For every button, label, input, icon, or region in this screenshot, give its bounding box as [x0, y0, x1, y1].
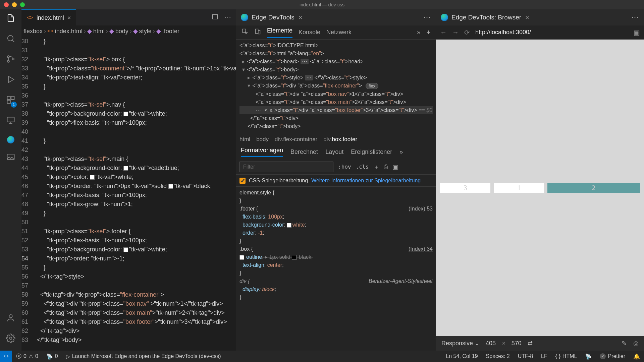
- code-editor[interactable]: 3031323334353637383940414243444546474849…: [21, 37, 236, 351]
- css-mirror-label: CSS-Spiegelbearbeitung: [249, 178, 308, 184]
- more-actions-icon[interactable]: ⋯: [224, 13, 231, 21]
- css-mirror-checkbox[interactable]: [239, 178, 246, 184]
- preview-box-nav: 1: [494, 183, 544, 193]
- indentation[interactable]: Spaces: 2: [482, 353, 514, 360]
- ports-indicator[interactable]: 📡0: [42, 353, 62, 360]
- split-editor-icon[interactable]: [212, 13, 218, 22]
- explorer-icon[interactable]: [6, 13, 15, 25]
- dom-breadcrumbs[interactable]: html body div.flex-container div.box.foo…: [236, 134, 436, 145]
- svg-rect-5: [11, 97, 14, 100]
- rendered-page: 3 1 2: [436, 40, 644, 336]
- devtools-panel: Edge DevTools × ⋯ Elemente Konsole Netzw…: [236, 9, 436, 351]
- extensions-badge: 1: [11, 102, 17, 108]
- launch-edge-button[interactable]: ▷Launch Microsoft Edge and open the Edge…: [62, 353, 225, 360]
- css-mirror-link[interactable]: Weitere Informationen zur Spiegelbearbei…: [311, 177, 421, 184]
- run-debug-icon[interactable]: [6, 75, 15, 86]
- language-mode[interactable]: { } HTML: [551, 353, 581, 360]
- editor-panel: <> index.html × ⋯ flexbox› <> index.html…: [21, 9, 236, 351]
- more-tabs-icon[interactable]: »: [417, 29, 420, 36]
- styles-tabs: Formatvorlagen Berechnet Layout Ereignis…: [236, 145, 436, 159]
- accounts-icon[interactable]: [6, 313, 15, 325]
- reload-icon[interactable]: ⟳: [464, 28, 470, 37]
- device-mode-select[interactable]: Responsive ⌄: [441, 340, 480, 347]
- preview-box-main: 2: [547, 183, 640, 193]
- source-control-icon[interactable]: [6, 54, 15, 66]
- notifications-icon[interactable]: 🔔: [629, 353, 644, 360]
- edge-icon: [441, 14, 448, 21]
- more-icon[interactable]: ⋯: [423, 13, 431, 22]
- url-bar[interactable]: http://localhost:3000/: [475, 29, 628, 36]
- go-live-icon[interactable]: 📡: [581, 353, 596, 360]
- eyedropper-icon[interactable]: ✎: [622, 340, 627, 347]
- prettier-status[interactable]: ✓ Prettier: [596, 353, 629, 360]
- svg-rect-14: [258, 31, 260, 34]
- extensions-icon[interactable]: 1: [6, 95, 15, 107]
- svg-rect-6: [7, 100, 10, 103]
- minimize-window-button[interactable]: [12, 2, 17, 7]
- width-input[interactable]: 405: [486, 340, 496, 347]
- target-icon[interactable]: ◎: [633, 340, 639, 347]
- devtools-toolbar: Elemente Konsole Netzwerk » +: [236, 25, 436, 40]
- toggle-decl-checkbox[interactable]: [239, 255, 244, 260]
- network-tab[interactable]: Netzwerk: [326, 29, 352, 36]
- svg-point-1: [7, 56, 9, 58]
- svg-rect-4: [7, 97, 10, 100]
- svg-point-10: [10, 337, 12, 340]
- inspect-element-icon[interactable]: [241, 28, 248, 37]
- edge-icon: [241, 14, 248, 21]
- print-media-icon[interactable]: ⎙: [384, 163, 388, 170]
- forward-icon[interactable]: →: [452, 28, 459, 36]
- computed-sidebar-icon[interactable]: ▣: [392, 163, 398, 171]
- close-tab-icon[interactable]: ×: [67, 14, 71, 21]
- cls-toggle[interactable]: .cls: [356, 164, 369, 170]
- layout-tab[interactable]: Layout: [325, 148, 343, 156]
- maximize-window-button[interactable]: [20, 2, 25, 7]
- devtools-tab[interactable]: Edge DevTools: [241, 14, 294, 21]
- remote-indicator[interactable]: [0, 351, 12, 362]
- settings-gear-icon[interactable]: [6, 334, 15, 345]
- image-icon[interactable]: [6, 152, 15, 164]
- more-icon[interactable]: ⋯: [631, 13, 639, 22]
- new-style-rule-icon[interactable]: ＋: [373, 163, 379, 171]
- styles-filter-input[interactable]: [239, 162, 333, 172]
- window-title: index.html — dev-css: [300, 2, 344, 7]
- dom-tree[interactable]: <"a">class="t">!DOCTYPE html><"a">class=…: [236, 40, 436, 134]
- editor-tabbar: <> index.html × ⋯: [21, 9, 236, 25]
- edge-tools-icon[interactable]: [7, 136, 14, 143]
- svg-point-0: [8, 36, 13, 41]
- close-window-button[interactable]: [4, 2, 9, 7]
- close-icon[interactable]: ×: [525, 14, 529, 21]
- status-bar: ⓧ0 ⚠0 📡0 ▷Launch Microsoft Edge and open…: [0, 351, 644, 362]
- elements-tab[interactable]: Elemente: [267, 27, 292, 38]
- add-tab-icon[interactable]: +: [426, 28, 431, 37]
- rotate-icon[interactable]: ⇄: [528, 340, 533, 347]
- styles-rules[interactable]: element.style { } (Index):53.footer { fl…: [236, 187, 436, 303]
- computed-tab[interactable]: Berechnet: [290, 148, 318, 156]
- encoding[interactable]: UTF-8: [514, 353, 537, 360]
- svg-point-2: [7, 60, 9, 62]
- devtools-toggle-icon[interactable]: ▣: [634, 28, 640, 37]
- close-icon[interactable]: ×: [299, 14, 303, 21]
- breadcrumbs[interactable]: flexbox› <> index.html› ◆html› ◆body› ◆s…: [21, 25, 236, 37]
- window-titlebar: index.html — dev-css: [0, 0, 644, 9]
- preview-box-footer: 3: [440, 183, 490, 193]
- remote-explorer-icon[interactable]: [6, 116, 15, 127]
- problems-indicator[interactable]: ⓧ0 ⚠0: [12, 353, 42, 360]
- search-icon[interactable]: [6, 34, 15, 46]
- more-tabs-icon[interactable]: »: [399, 148, 403, 156]
- height-input[interactable]: 570: [512, 340, 522, 347]
- browser-tab[interactable]: Edge DevTools: Browser: [441, 14, 521, 21]
- device-emulation-icon[interactable]: [254, 28, 261, 37]
- tab-filename: index.html: [37, 14, 64, 21]
- svg-rect-7: [7, 117, 14, 122]
- browser-panel: Edge DevTools: Browser × ⋯ ← → ⟳ http://…: [436, 9, 644, 351]
- styles-tab[interactable]: Formatvorlagen: [241, 147, 283, 157]
- console-tab[interactable]: Konsole: [299, 29, 320, 36]
- editor-tab[interactable]: <> index.html ×: [21, 9, 76, 25]
- back-icon[interactable]: ←: [440, 28, 447, 36]
- cursor-position[interactable]: Ln 54, Col 19: [442, 353, 482, 360]
- eol[interactable]: LF: [537, 353, 551, 360]
- hov-toggle[interactable]: :hov: [338, 164, 351, 170]
- device-toolbar: Responsive ⌄ 405 × 570 ⇄ ✎ ◎: [436, 336, 644, 351]
- event-listeners-tab[interactable]: Ereignislistener: [351, 148, 392, 156]
